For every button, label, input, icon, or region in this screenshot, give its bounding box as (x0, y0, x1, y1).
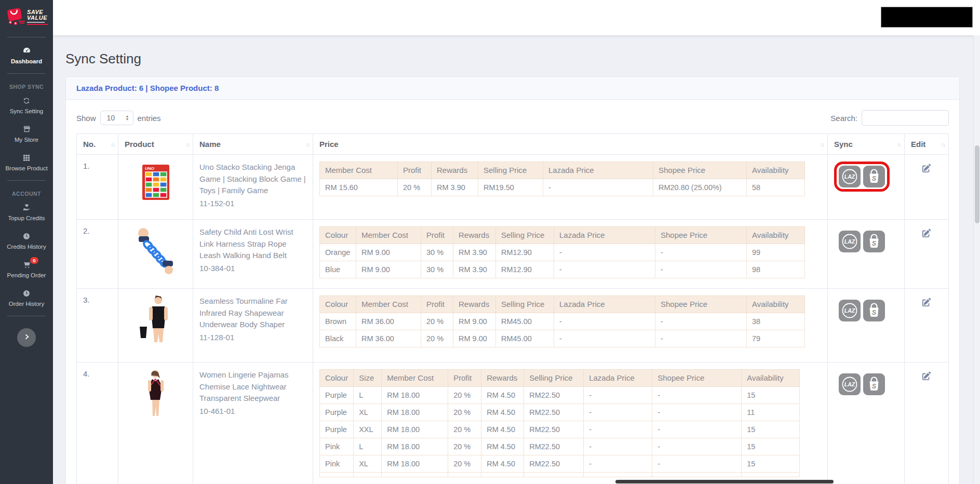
chevron-right-icon (23, 333, 30, 342)
search-input[interactable] (862, 110, 949, 126)
row-number: 2. (77, 220, 118, 289)
price-row-partial (320, 473, 800, 477)
price-value: - (652, 455, 742, 473)
sidebar-item-sync-setting[interactable]: Sync Setting (0, 91, 53, 119)
edit-button[interactable] (921, 297, 932, 310)
hand-heart-icon (22, 203, 31, 212)
product-image[interactable] (138, 335, 174, 344)
price-value: Brown (320, 313, 356, 330)
price-value: 30 % (421, 244, 453, 261)
sidebar-collapse-button[interactable] (17, 328, 36, 347)
price-value: RM 3.90 (432, 179, 478, 196)
sidebar-item-browse-product[interactable]: Browse Product (0, 148, 53, 177)
price-column-header: Selling Price (496, 227, 554, 244)
price-value: L (354, 387, 382, 404)
price-value: RM 9.00 (453, 313, 496, 330)
price-value: XL (354, 455, 382, 473)
product-image[interactable] (142, 410, 170, 419)
price-column-header: Profit (421, 296, 453, 313)
sort-icon[interactable]: ↑↓ (185, 141, 189, 147)
price-value: 15 (742, 438, 800, 455)
table-row: 2. Safety Child Anti Lost Wrist Link Har… (77, 220, 949, 289)
sort-icon[interactable]: ↑↓ (305, 141, 309, 147)
app-logo[interactable]: SAVE VALUE (3, 0, 50, 33)
edit-button[interactable] (921, 163, 932, 176)
page-size-control: Show 10 ▲▼ entries (76, 111, 161, 125)
price-row: BrownRM 36.0020 %RM 9.00RM45.00--38 (320, 313, 805, 330)
price-value: RM45.00 (496, 330, 554, 347)
table-body: 1. UNO Uno Stacko Stacking Jenga Game | … (77, 155, 949, 484)
savevalue-bag-icon (5, 5, 26, 29)
sort-icon[interactable]: ↑↓ (111, 141, 114, 147)
price-value: 20 % (448, 387, 481, 404)
horizontal-scrollbar-thumb[interactable] (615, 480, 834, 483)
price-value: 11 (742, 404, 800, 421)
name-cell: Uno Stacko Stacking Jenga Game | Stackin… (193, 155, 313, 220)
column-header-no[interactable]: No.↑↓ (77, 134, 118, 155)
sidebar-item-topup-credits[interactable]: Topup Credits (0, 198, 53, 226)
price-column-header: Lazada Price (584, 370, 652, 387)
column-header-price[interactable]: Price↑↓ (313, 134, 828, 155)
clock-icon (22, 289, 31, 298)
price-cell-container: Member CostProfitRewardsSelling PriceLaz… (313, 155, 828, 220)
price-column-header: Member Cost (382, 370, 448, 387)
page-title: Sync Setting (65, 51, 960, 67)
price-column-header: Size (354, 370, 382, 387)
price-row: PinkLRM 18.0020 %RM 4.50RM22.50--15 (320, 438, 800, 455)
column-header-sync[interactable]: Sync↑↓ (828, 134, 905, 155)
lazada-sync-button[interactable]: LAZ (839, 231, 861, 252)
price-value: Purple (320, 404, 354, 421)
price-value: - (652, 404, 742, 421)
edit-button[interactable] (921, 370, 932, 383)
price-value: Purple (320, 421, 354, 438)
products-table: No.↑↓ Product↑↓ Name↑↓ Price↑↓ Sync↑↓ Ed… (76, 133, 949, 484)
sidebar-item-dashboard[interactable]: Dashboard (0, 41, 53, 70)
price-value: Orange (320, 244, 356, 261)
price-value: - (655, 244, 747, 261)
price-value: RM 18.00 (382, 455, 448, 473)
shopee-sync-button[interactable]: S (863, 300, 885, 321)
price-subtable: Member CostProfitRewardsSelling PriceLaz… (319, 162, 805, 196)
column-header-name[interactable]: Name↑↓ (193, 134, 313, 155)
sort-icon[interactable]: ↑↓ (897, 141, 901, 147)
price-value: 15 (742, 455, 800, 473)
sync-buttons: LAZ S (834, 369, 890, 399)
lazada-sync-button[interactable]: LAZ (839, 166, 861, 187)
lazada-sync-button[interactable]: LAZ (839, 300, 861, 321)
app-root: SAVE VALUE Dashboard SHOP SYNC Sync Sett… (0, 0, 980, 484)
sidebar-item-my-store[interactable]: My Store (0, 119, 53, 148)
price-value: - (584, 421, 652, 438)
table-row: 1. UNO Uno Stacko Stacking Jenga Game | … (77, 155, 949, 220)
sidebar-item-order-history[interactable]: Order History (0, 284, 53, 312)
logo-tagline (27, 22, 45, 23)
column-header-product[interactable]: Product↑↓ (118, 134, 193, 155)
page-size-select[interactable]: 10 (100, 111, 133, 125)
product-name: Seamless Tourmaline Far Infrared Ray Sha… (199, 295, 306, 331)
app-logo-text: SAVE VALUE (27, 9, 48, 25)
redacted-account-info (881, 7, 973, 28)
shopee-sync-button[interactable]: S (863, 373, 885, 395)
edit-button[interactable] (921, 227, 932, 240)
sort-icon[interactable]: ↑↓ (820, 141, 824, 147)
product-image[interactable]: UNO (140, 196, 172, 205)
column-header-edit[interactable]: Edit↑↓ (905, 134, 949, 155)
lazada-sync-button[interactable]: LAZ (839, 373, 861, 395)
sidebar-item-credits-history[interactable]: Credits History (0, 226, 53, 255)
shopee-sync-button[interactable]: S (863, 231, 885, 252)
sort-icon[interactable]: ↑↓ (941, 141, 945, 147)
vertical-scrollbar-thumb[interactable] (975, 145, 979, 223)
product-name: Safety Child Anti Lost Wrist Link Harnes… (199, 226, 306, 262)
sidebar-item-pending-order[interactable]: 0 Pending Order (0, 255, 53, 284)
table-row: 3. Seamless Tourmaline Far Infrared Ray … (77, 289, 949, 362)
edit-cell (905, 362, 949, 484)
price-subtable: ColourMember CostProfitRewardsSelling Pr… (319, 226, 805, 278)
pending-order-badge: 0 (30, 257, 38, 264)
price-row: RM 15.6020 %RM 3.90RM19.50-RM20.80 (25.0… (320, 179, 805, 196)
vertical-scrollbar-track[interactable] (973, 35, 980, 484)
product-image[interactable] (133, 267, 178, 276)
shopee-sync-button[interactable]: S (863, 166, 885, 187)
price-column-header: Profit (448, 370, 481, 387)
product-name: Women Lingerie Pajamas Chemise Lace Nigh… (199, 369, 306, 405)
price-value: - (554, 261, 655, 278)
price-value: - (554, 313, 655, 330)
